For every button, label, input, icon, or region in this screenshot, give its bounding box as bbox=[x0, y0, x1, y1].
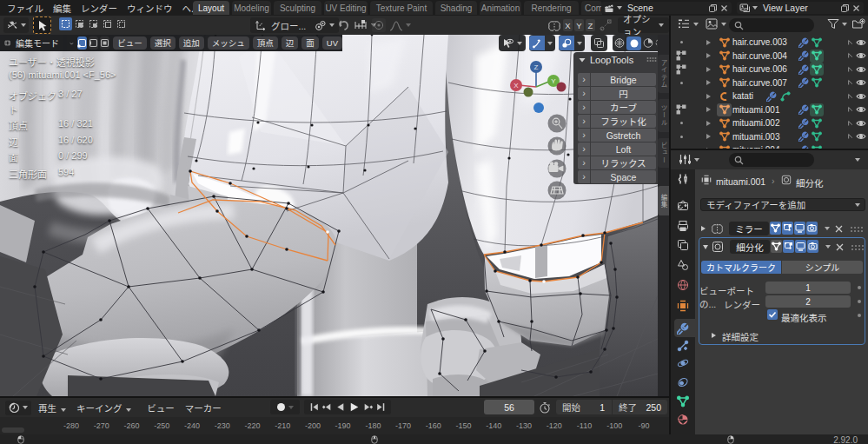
svg-text:Z: Z bbox=[534, 63, 539, 71]
svg-text:Y: Y bbox=[551, 77, 556, 85]
svg-text:X: X bbox=[514, 82, 519, 89]
